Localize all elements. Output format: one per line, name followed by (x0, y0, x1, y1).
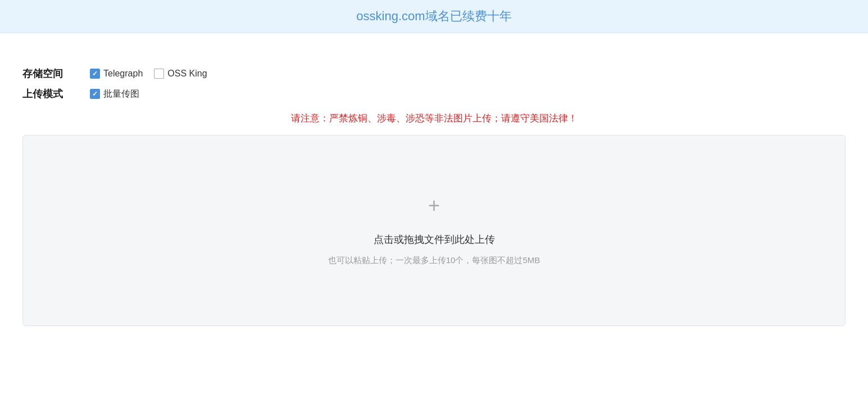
telegraph-checkbox-item[interactable]: ✓ Telegraph (90, 69, 143, 79)
upload-mode-controls: ✓ 批量传图 (90, 88, 139, 100)
telegraph-label: Telegraph (103, 69, 143, 79)
upload-mode-row: 上传模式 ✓ 批量传图 (22, 87, 846, 101)
batch-upload-label: 批量传图 (103, 88, 139, 100)
banner-text: ossking.com域名已续费十年 (356, 9, 511, 23)
upload-sub-text: 也可以粘贴上传；一次最多上传10个，每张图不超过5MB (328, 255, 540, 266)
batch-upload-checkbox[interactable]: ✓ (90, 89, 100, 99)
upload-area[interactable]: + 点击或拖拽文件到此处上传 也可以粘贴上传；一次最多上传10个，每张图不超过5… (22, 135, 846, 326)
settings-section: 存储空间 ✓ Telegraph OSS King 上传模式 (0, 67, 868, 101)
warning-text: 请注意：严禁炼铜、涉毒、涉恐等非法图片上传；请遵守美国法律！ (0, 112, 868, 125)
upload-plus-icon: + (428, 196, 440, 216)
telegraph-checkmark: ✓ (92, 70, 98, 77)
spacer (0, 33, 868, 67)
upload-main-text: 点击或拖拽文件到此处上传 (374, 233, 495, 246)
storage-row: 存储空间 ✓ Telegraph OSS King (22, 67, 846, 80)
batch-upload-checkmark: ✓ (92, 91, 98, 97)
telegraph-checkbox[interactable]: ✓ (90, 69, 100, 79)
oss-king-checkbox-item[interactable]: OSS King (154, 69, 207, 79)
oss-king-label: OSS King (167, 69, 207, 79)
upload-mode-label: 上传模式 (22, 87, 90, 101)
storage-controls: ✓ Telegraph OSS King (90, 69, 207, 79)
batch-upload-checkbox-item[interactable]: ✓ 批量传图 (90, 88, 139, 100)
oss-king-checkbox[interactable] (154, 69, 164, 79)
storage-label: 存储空间 (22, 67, 90, 80)
top-banner: ossking.com域名已续费十年 (0, 0, 868, 33)
